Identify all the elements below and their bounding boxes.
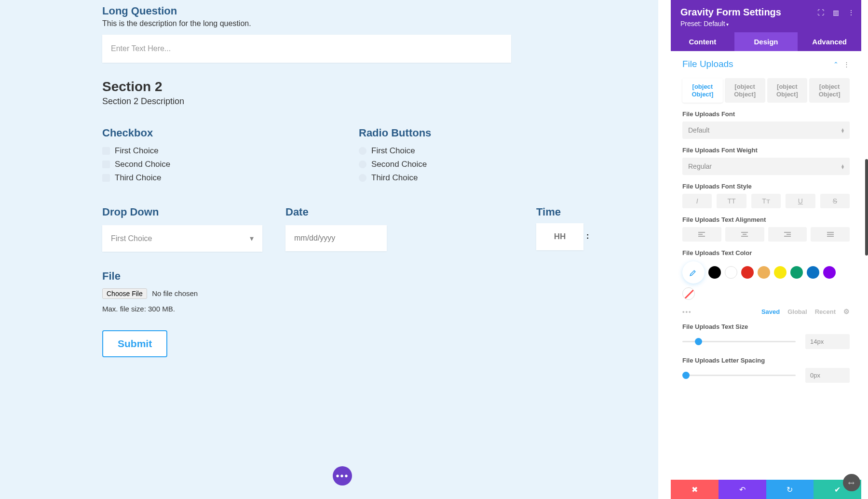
radio-title: Radio Buttons bbox=[359, 127, 431, 139]
weight-label: File Uploads Font Weight bbox=[682, 147, 850, 154]
align-left-button[interactable] bbox=[682, 227, 721, 242]
italic-button[interactable]: I bbox=[682, 194, 712, 208]
font-label: File Uploads Font bbox=[682, 110, 850, 118]
color-swatch[interactable] bbox=[774, 266, 787, 279]
align-right-button[interactable] bbox=[768, 227, 807, 242]
long-question-input[interactable]: Enter Text Here... bbox=[102, 35, 511, 63]
checkbox-option[interactable]: Third Choice bbox=[102, 173, 359, 183]
time-title: Time bbox=[536, 206, 592, 218]
checkbox-icon bbox=[102, 147, 110, 155]
color-swatch-none[interactable] bbox=[682, 287, 695, 300]
time-hh-input[interactable] bbox=[536, 223, 583, 250]
checkbox-option[interactable]: First Choice bbox=[102, 146, 359, 156]
radio-icon bbox=[359, 174, 366, 182]
scrollbar[interactable] bbox=[865, 159, 868, 256]
radio-icon bbox=[359, 147, 366, 155]
long-question-desc: This is the description for the long que… bbox=[102, 19, 658, 28]
select-arrows-icon: ▴▾ bbox=[841, 128, 844, 133]
chevron-up-icon: ⌃ bbox=[833, 61, 839, 68]
align-justify-button[interactable] bbox=[811, 227, 850, 242]
section-2-desc: Section 2 Description bbox=[102, 96, 658, 107]
redo-button[interactable]: ↻ bbox=[766, 480, 814, 499]
time-separator: : bbox=[586, 223, 589, 241]
accordion-file-uploads[interactable]: File Uploads ⌃ ⋮ bbox=[682, 59, 850, 69]
form-preview-area: Long Question This is the description fo… bbox=[0, 0, 658, 499]
radio-option[interactable]: Second Choice bbox=[359, 160, 431, 169]
select-arrows-icon: ▴▾ bbox=[841, 164, 844, 169]
tab-design[interactable]: Design bbox=[734, 32, 798, 51]
section-2-title: Section 2 bbox=[102, 79, 658, 94]
device-tab[interactable]: [object Object] bbox=[809, 78, 850, 103]
checkbox-title: Checkbox bbox=[102, 127, 359, 139]
gear-icon[interactable]: ⚙ bbox=[843, 308, 850, 315]
dropdown-select[interactable]: First Choice ▾ bbox=[102, 225, 262, 252]
strikethrough-button[interactable]: S bbox=[820, 194, 850, 208]
weight-select[interactable]: Regular ▴▾ bbox=[682, 158, 850, 175]
colors-global-tab[interactable]: Global bbox=[787, 308, 807, 315]
device-tab[interactable]: [object Object] bbox=[725, 78, 765, 103]
long-question-title: Long Question bbox=[102, 5, 658, 17]
device-tab[interactable]: [object Object] bbox=[682, 78, 723, 103]
eyedropper-button[interactable] bbox=[682, 261, 705, 283]
uppercase-button[interactable]: TT bbox=[717, 194, 746, 208]
color-swatch[interactable] bbox=[741, 266, 754, 279]
radio-option[interactable]: First Choice bbox=[359, 146, 431, 156]
font-select[interactable]: Default ▴▾ bbox=[682, 121, 850, 139]
chevron-down-icon: ▾ bbox=[250, 234, 254, 243]
align-center-button[interactable] bbox=[725, 227, 764, 242]
checkbox-icon bbox=[102, 161, 110, 168]
preset-dropdown[interactable]: Preset: Default bbox=[680, 20, 852, 27]
dropdown-title: Drop Down bbox=[102, 206, 274, 218]
device-tab[interactable]: [object Object] bbox=[767, 78, 808, 103]
checkbox-icon bbox=[102, 174, 110, 182]
close-button[interactable]: ✖ bbox=[671, 480, 719, 499]
color-label: File Uploads Text Color bbox=[682, 249, 850, 256]
style-label: File Uploads Font Style bbox=[682, 183, 850, 190]
panel-header: Gravity Form Settings Preset: Default ⛶ … bbox=[671, 0, 861, 32]
color-swatch[interactable] bbox=[725, 266, 737, 279]
color-swatch[interactable] bbox=[790, 266, 803, 279]
color-swatch[interactable] bbox=[758, 266, 770, 279]
smallcaps-button[interactable]: Tᴛ bbox=[751, 194, 781, 208]
focus-icon[interactable]: ⛶ bbox=[817, 9, 824, 16]
panel-tabs: Content Design Advanced bbox=[671, 32, 861, 51]
columns-icon[interactable]: ▥ bbox=[833, 9, 839, 16]
spacing-label: File Uploads Letter Spacing bbox=[682, 357, 850, 364]
date-title: Date bbox=[285, 206, 457, 218]
file-title: File bbox=[102, 270, 658, 283]
settings-panel: Gravity Form Settings Preset: Default ⛶ … bbox=[671, 0, 861, 499]
more-icon[interactable]: ⋮ bbox=[848, 9, 854, 16]
letter-spacing-slider[interactable] bbox=[682, 375, 796, 376]
undo-button[interactable]: ↶ bbox=[719, 480, 766, 499]
letter-spacing-value[interactable]: 0px bbox=[805, 368, 850, 383]
panel-footer: ✖ ↶ ↻ ✔ bbox=[671, 480, 861, 499]
align-label: File Uploads Text Alignment bbox=[682, 216, 850, 223]
colors-saved-tab[interactable]: Saved bbox=[761, 308, 780, 315]
file-status: No file chosen bbox=[152, 289, 198, 297]
text-size-slider[interactable] bbox=[682, 341, 796, 342]
module-options-fab[interactable]: ••• bbox=[333, 466, 352, 486]
file-max-size: Max. file size: 300 MB. bbox=[102, 305, 658, 313]
color-swatch[interactable] bbox=[708, 266, 721, 279]
underline-button[interactable]: U bbox=[786, 194, 815, 208]
panel-body: File Uploads ⌃ ⋮ [object Object] [object… bbox=[671, 51, 861, 478]
more-colors-icon[interactable]: ••• bbox=[682, 308, 692, 315]
color-swatch[interactable] bbox=[807, 266, 819, 279]
checkbox-option[interactable]: Second Choice bbox=[102, 160, 359, 169]
tab-content[interactable]: Content bbox=[671, 32, 734, 51]
submit-button[interactable]: Submit bbox=[102, 330, 167, 357]
color-swatch[interactable] bbox=[823, 266, 836, 279]
colors-recent-tab[interactable]: Recent bbox=[815, 308, 836, 315]
radio-option[interactable]: Third Choice bbox=[359, 173, 431, 183]
date-input[interactable] bbox=[285, 225, 387, 251]
choose-file-button[interactable]: Choose File bbox=[102, 288, 147, 299]
text-size-value[interactable]: 14px bbox=[805, 334, 850, 349]
tab-advanced[interactable]: Advanced bbox=[798, 32, 861, 51]
device-tabs: [object Object] [object Object] [object … bbox=[682, 78, 850, 103]
size-label: File Uploads Text Size bbox=[682, 323, 850, 330]
section-more-icon[interactable]: ⋮ bbox=[843, 61, 850, 68]
radio-icon bbox=[359, 161, 366, 168]
